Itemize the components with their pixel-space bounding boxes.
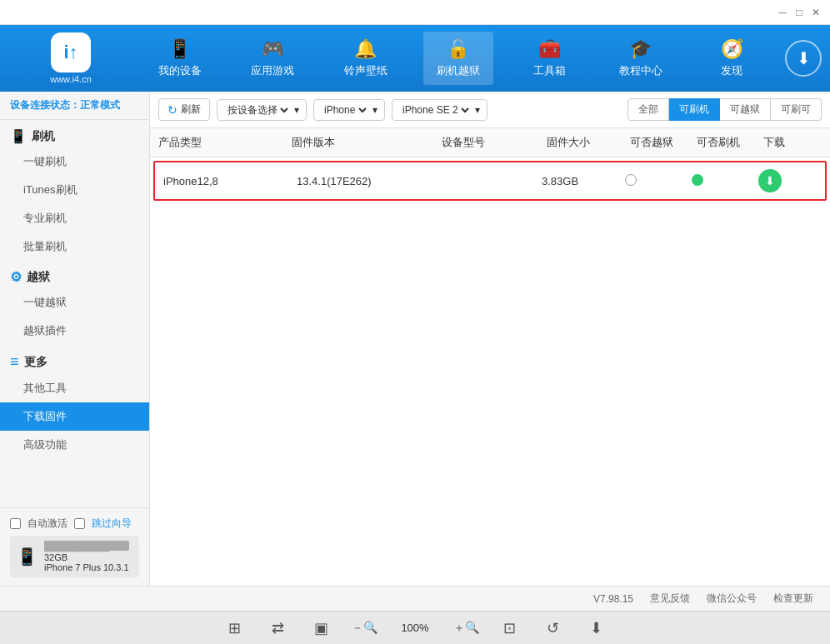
sidebar-item-download-firmware[interactable]: 下载固件 (0, 402, 149, 431)
bottom-bar: V7.98.15 意见反馈 微信公众号 检查更新 (0, 586, 830, 611)
sidebar-item-advanced[interactable]: 高级功能 (0, 431, 149, 459)
nav-flash[interactable]: 🔓 刷机越狱 (423, 32, 493, 85)
col-download: 下载 (763, 135, 822, 150)
auto-activate-row: 自动激活 跳过向导 (10, 517, 139, 531)
cell-firmware-version: 13.4.1(17E262) (297, 175, 447, 187)
device-select-chevron: ▾ (294, 104, 299, 116)
zoom-level: 100% (394, 622, 436, 634)
device-info: 📱 ██████████ 32GB iPhone 7 Plus 10.3.1 (10, 536, 139, 577)
col-firmware-size: 固件大小 (547, 135, 630, 150)
fit-button[interactable]: ⊡ (496, 615, 522, 642)
nav-ringtones[interactable]: 🔔 铃声壁纸 (331, 32, 401, 85)
cell-download: ⬇ (758, 169, 817, 192)
col-jailbreakable: 可否越狱 (630, 135, 697, 150)
taskbar-download-button[interactable]: ⬇ (582, 615, 609, 642)
ringtones-icon: 🔔 (354, 38, 377, 60)
model-select-chevron: ▾ (475, 104, 480, 116)
filter-jailbreakable[interactable]: 可越狱 (720, 98, 771, 121)
minimize-button[interactable]: ─ (775, 5, 790, 20)
apps-icon: 🎮 (262, 38, 284, 60)
sidebar-item-one-click-jb[interactable]: 一键越狱 (0, 288, 149, 317)
nav-items: 📱 我的设备 🎮 应用游戏 🔔 铃声壁纸 🔓 刷机越狱 🧰 工具箱 🎓 教程中心… (133, 32, 777, 85)
refresh-icon: ↻ (168, 103, 178, 117)
nav-flash-label: 刷机越狱 (437, 63, 480, 78)
auto-activate-checkbox[interactable] (10, 518, 21, 529)
device-details: ██████████ 32GB iPhone 7 Plus 10.3.1 (44, 541, 129, 572)
flash-icon: 🔓 (447, 38, 469, 60)
jailbreak-section-title: 越狱 (27, 270, 50, 285)
refresh-button[interactable]: ↻ 刷新 (158, 98, 210, 121)
more-section-title: 更多 (24, 355, 48, 370)
sidebar-bottom: 自动激活 跳过向导 📱 ██████████ 32GB iPhone 7 Plu… (0, 507, 149, 586)
model-select[interactable]: iPhone SE 2 iPhone 11 iPhone XS (399, 103, 472, 117)
content-empty-area (150, 204, 830, 586)
table-row: iPhone12,8 13.4.1(17E262) 3.83GB ⬇ (153, 161, 827, 201)
wechat-link[interactable]: 微信公众号 (707, 592, 757, 606)
col-flashable: 可否刷机 (697, 135, 763, 150)
skip-wizard-checkbox[interactable] (74, 518, 85, 529)
phone-type-select[interactable]: iPhone iPad iPod (321, 103, 369, 117)
sidebar-item-other-tools[interactable]: 其他工具 (0, 374, 149, 402)
download-button[interactable]: ⬇ (758, 169, 782, 192)
sidebar-item-batch-flash[interactable]: 批量刷机 (0, 232, 149, 261)
sidebar-section-flash[interactable]: 📱 刷机 (0, 120, 149, 147)
flash-section-icon: 📱 (10, 128, 27, 144)
sidebar-section-more[interactable]: ≡ 更多 (0, 345, 149, 374)
rotate-button[interactable]: ↺ (539, 615, 566, 642)
discover-icon: 🧭 (721, 38, 743, 60)
more-section-icon: ≡ (10, 353, 19, 371)
nav-tutorials[interactable]: 🎓 教程中心 (606, 32, 676, 85)
sidebar: 设备连接状态：正常模式 📱 刷机 一键刷机 iTunes刷机 专业刷机 批量刷机… (0, 92, 150, 586)
sidebar-item-itunes-flash[interactable]: iTunes刷机 (0, 176, 149, 204)
nav-my-device[interactable]: 📱 我的设备 (145, 32, 215, 85)
header: i↑ www.i4.cn 📱 我的设备 🎮 应用游戏 🔔 铃声壁纸 🔓 刷机越狱… (0, 25, 830, 92)
device-phone-icon: 📱 (17, 547, 38, 567)
close-button[interactable]: ✕ (808, 5, 823, 20)
grid-button[interactable]: ⊞ (221, 615, 248, 642)
table-header: 产品类型 固件版本 设备型号 固件大小 可否越狱 可否刷机 下载 (150, 128, 830, 157)
filter-flashable[interactable]: 可刷机 (669, 98, 720, 121)
sidebar-item-one-click-flash[interactable]: 一键刷机 (0, 147, 149, 176)
device-select[interactable]: 按设备选择 (224, 103, 291, 117)
logo-icon: i↑ (51, 32, 91, 72)
auto-activate-label: 自动激活 (28, 517, 68, 531)
toolbar: ↻ 刷新 按设备选择 ▾ iPhone iPad iPod ▾ iPho (150, 92, 830, 128)
cell-flashable (692, 174, 758, 188)
tutorials-icon: 🎓 (629, 38, 652, 60)
check-update-link[interactable]: 检查更新 (773, 592, 813, 606)
content: ↻ 刷新 按设备选择 ▾ iPhone iPad iPod ▾ iPho (150, 92, 830, 586)
phone-type-dropdown[interactable]: iPhone iPad iPod ▾ (313, 99, 385, 121)
zoom-out-button[interactable]: －🔍 (351, 615, 378, 642)
logo: i↑ www.i4.cn (8, 32, 133, 84)
taskbar: ⊞ ⇄ ▣ －🔍 100% ＋🔍 ⊡ ↺ ⬇ (0, 611, 830, 644)
device-select-dropdown[interactable]: 按设备选择 ▾ (217, 99, 307, 121)
refresh-label: 刷新 (181, 102, 201, 117)
model-select-dropdown[interactable]: iPhone SE 2 iPhone 11 iPhone XS ▾ (392, 99, 488, 121)
window-controls: ─ □ ✕ (775, 5, 823, 20)
nav-tools[interactable]: 🧰 工具箱 (516, 32, 582, 85)
jailbreak-section-icon: ⚙ (10, 269, 22, 285)
filter-group: 全部 可刷机 可越狱 可刷可 (628, 98, 822, 121)
zoom-in-button[interactable]: ＋🔍 (452, 615, 479, 642)
phone-type-chevron: ▾ (372, 104, 378, 116)
feedback-link[interactable]: 意见反馈 (650, 592, 690, 606)
title-bar: ─ □ ✕ (0, 0, 830, 25)
nav-tools-label: 工具箱 (533, 63, 566, 78)
logo-text: www.i4.cn (50, 74, 92, 84)
swap-button[interactable]: ⇄ (264, 615, 291, 642)
status-label: 设备连接状态： (10, 99, 80, 111)
sidebar-item-jb-plugins[interactable]: 越狱插件 (0, 317, 149, 345)
sidebar-item-pro-flash[interactable]: 专业刷机 (0, 204, 149, 232)
nav-apps-label: 应用游戏 (251, 63, 294, 78)
nav-discover[interactable]: 🧭 发现 (698, 32, 765, 85)
cell-product-type: iPhone12,8 (163, 175, 297, 187)
filter-both[interactable]: 可刷可 (771, 98, 822, 121)
nav-apps[interactable]: 🎮 应用游戏 (238, 32, 308, 85)
header-download-button[interactable]: ⬇ (785, 40, 822, 77)
cell-firmware-size: 3.83GB (542, 175, 625, 187)
sidebar-section-jailbreak[interactable]: ⚙ 越狱 (0, 261, 149, 288)
col-device-model: 设备型号 (442, 135, 547, 150)
crop-button[interactable]: ▣ (308, 615, 334, 642)
filter-all[interactable]: 全部 (628, 98, 669, 121)
maximize-button[interactable]: □ (792, 5, 807, 20)
